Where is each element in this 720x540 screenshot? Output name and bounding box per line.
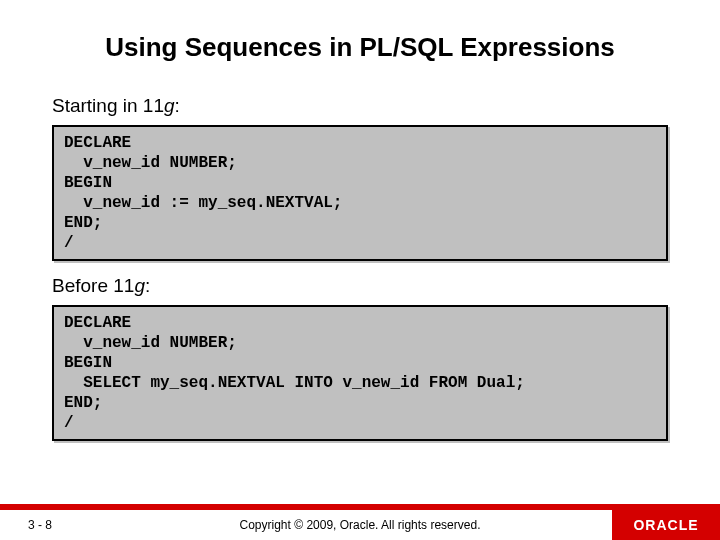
code-block-old-syntax: DECLARE v_new_id NUMBER; BEGIN SELECT my…	[52, 305, 668, 441]
section2-suffix: :	[145, 275, 150, 296]
section1-suffix: :	[175, 95, 180, 116]
code-block-new-syntax: DECLARE v_new_id NUMBER; BEGIN v_new_id …	[52, 125, 668, 261]
section-label-before: Before 11g:	[52, 275, 668, 297]
slide-title: Using Sequences in PL/SQL Expressions	[0, 0, 720, 95]
section2-italic: g	[134, 275, 145, 296]
section1-prefix: Starting in 11	[52, 95, 164, 116]
page-number: 3 - 8	[28, 518, 52, 532]
oracle-logo: ORACLE	[612, 510, 720, 540]
section1-italic: g	[164, 95, 175, 116]
section-label-starting: Starting in 11g:	[52, 95, 668, 117]
slide: Using Sequences in PL/SQL Expressions St…	[0, 0, 720, 540]
footer: 3 - 8 Copyright © 2009, Oracle. All righ…	[0, 510, 720, 540]
section2-prefix: Before 11	[52, 275, 134, 296]
slide-content: Starting in 11g: DECLARE v_new_id NUMBER…	[0, 95, 720, 441]
